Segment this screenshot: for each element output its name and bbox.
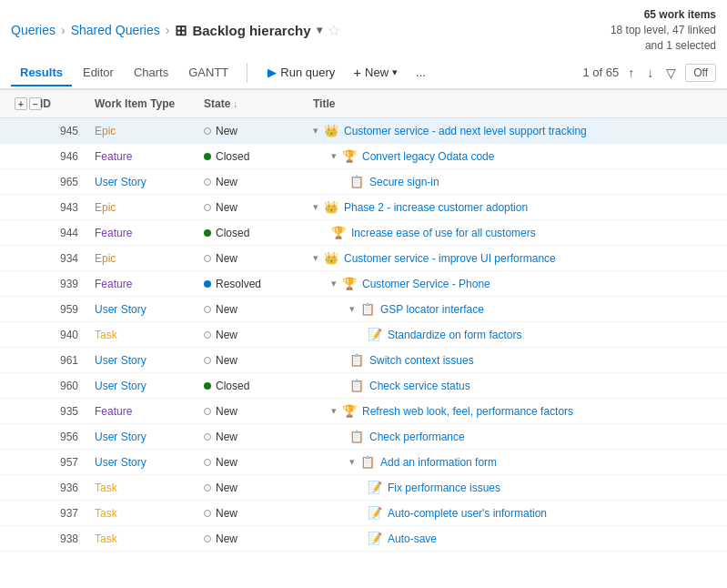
title-text[interactable]: Standardize on form factors: [388, 329, 521, 341]
story-icon: 📋: [349, 430, 364, 443]
col-header-title[interactable]: Title: [306, 94, 709, 114]
table-row[interactable]: 960User StoryClosed📋Check service status…: [0, 373, 727, 399]
cell-state: New: [197, 326, 306, 344]
title-text[interactable]: Refresh web look, feel, performance fact…: [362, 405, 573, 418]
table-row[interactable]: 938TaskNew📝Auto-save⋯: [0, 526, 727, 552]
title-text[interactable]: Check service status: [369, 380, 470, 392]
table-row[interactable]: 943EpicNew▾👑Phase 2 - increase customer …: [0, 195, 727, 220]
state-dot: [204, 484, 211, 492]
table-header: + − ID Work Item Type State ↓ Title: [0, 90, 727, 118]
cell-type: Feature: [87, 275, 197, 293]
next-page-button[interactable]: ↓: [643, 64, 657, 82]
collapse-icon[interactable]: ▾: [313, 201, 318, 213]
title-text[interactable]: Check performance: [369, 431, 465, 443]
title-text[interactable]: Convert legacy Odata code: [362, 150, 494, 163]
state-label: New: [216, 354, 237, 367]
collapse-icon[interactable]: ▾: [331, 150, 337, 162]
title-text[interactable]: Switch context issues: [369, 354, 474, 367]
cell-title: ▾📋GSP locator interface: [306, 299, 709, 319]
table-row[interactable]: 946FeatureClosed▾🏆Convert legacy Odata c…: [0, 144, 727, 169]
breadcrumb-queries[interactable]: Queries: [11, 23, 56, 37]
row-checkbox: [0, 383, 33, 389]
table-row[interactable]: 936TaskNew📝Fix performance issues⋯: [0, 475, 727, 501]
breadcrumb-sep-2: ›: [166, 23, 170, 37]
table-row[interactable]: 945EpicNew▾👑Customer service - add next …: [0, 118, 727, 144]
run-query-button[interactable]: ▶ Run query: [260, 62, 342, 83]
cell-id: 940: [33, 326, 87, 344]
title-text[interactable]: Phase 2 - increase customer adoption: [344, 201, 528, 214]
title-text[interactable]: Auto-complete user's information: [388, 507, 547, 520]
col-header-id[interactable]: ID: [33, 94, 87, 114]
title-text[interactable]: Customer service - add next level suppor…: [344, 125, 587, 137]
collapse-icon[interactable]: ▾: [349, 456, 355, 468]
title-text[interactable]: GSP locator interface: [380, 303, 484, 316]
feature-icon: 🏆: [331, 226, 346, 239]
table-row[interactable]: 934EpicNew▾👑Customer service - improve U…: [0, 246, 727, 271]
cell-title: 📝Standardize on form factors: [306, 325, 709, 344]
title-text[interactable]: Auto-save: [388, 532, 437, 545]
task-icon: 📝: [368, 506, 382, 520]
title-text[interactable]: Secure sign-in: [369, 176, 439, 188]
breadcrumb-shared-queries[interactable]: Shared Queries: [71, 23, 160, 37]
breadcrumb-caret[interactable]: ▾: [317, 24, 322, 36]
state-label: New: [216, 482, 237, 494]
new-label: New: [365, 66, 389, 79]
off-button[interactable]: Off: [685, 64, 716, 82]
state-label: New: [216, 176, 237, 188]
prev-page-button[interactable]: ↑: [624, 64, 638, 82]
collapse-icon[interactable]: ▾: [331, 278, 337, 289]
state-label: Closed: [216, 380, 249, 392]
title-text[interactable]: Fix performance issues: [388, 482, 500, 494]
cell-id: 965: [33, 173, 87, 191]
table-row[interactable]: 940TaskNew📝Standardize on form factors⋯: [0, 322, 727, 348]
table-row[interactable]: 944FeatureClosed🏆Increase ease of use fo…: [0, 220, 727, 246]
table-row[interactable]: 965User StoryNew📋Secure sign-in⋯: [0, 169, 727, 195]
col-header-state[interactable]: State ↓: [197, 94, 306, 114]
title-text[interactable]: Add an information form: [380, 456, 497, 469]
cell-id: 938: [33, 530, 87, 548]
filter-button[interactable]: ▽: [662, 64, 680, 82]
collapse-icon[interactable]: ▾: [313, 252, 318, 264]
title-text[interactable]: Customer service - improve UI performanc…: [344, 252, 556, 265]
state-label: New: [216, 252, 237, 265]
cell-title: 📋Check service status: [306, 376, 709, 395]
favorite-star-icon[interactable]: ☆: [328, 22, 340, 39]
feature-icon: 🏆: [342, 277, 357, 290]
page-count: 1 of 65: [582, 66, 619, 79]
title-text[interactable]: Increase ease of use for all customers: [351, 227, 536, 239]
state-label: New: [216, 431, 237, 443]
new-button[interactable]: + New ▾: [346, 61, 405, 84]
cell-id: 939: [33, 275, 87, 293]
state-dot: [204, 306, 211, 313]
tab-charts[interactable]: Charts: [125, 60, 177, 86]
breadcrumb: Queries › Shared Queries › ⊞ Backlog hie…: [0, 0, 727, 56]
cell-id: 956: [33, 428, 87, 446]
tab-results[interactable]: Results: [11, 60, 72, 86]
table-row[interactable]: 939FeatureResolved▾🏆Customer Service - P…: [0, 271, 727, 297]
table-row[interactable]: 937TaskNew📝Auto-complete user's informat…: [0, 501, 727, 526]
table-row[interactable]: 957User StoryNew▾📋Add an information for…: [0, 450, 727, 475]
collapse-icon[interactable]: ▾: [313, 125, 318, 137]
cell-title: 📋Switch context issues: [306, 350, 709, 370]
collapse-icon[interactable]: ▾: [349, 303, 355, 315]
tab-gantt[interactable]: GANTT: [179, 60, 237, 86]
title-text[interactable]: Customer Service - Phone: [362, 278, 490, 290]
cell-type: Task: [87, 530, 197, 548]
cell-title: ▾👑Phase 2 - increase customer adoption: [306, 198, 709, 217]
table-row[interactable]: 956User StoryNew📋Check performance⋯: [0, 424, 727, 450]
row-checkbox: [0, 154, 33, 159]
table-row[interactable]: 961User StoryNew📋Switch context issues⋯: [0, 348, 727, 373]
col-header-type[interactable]: Work Item Type: [87, 94, 197, 114]
story-icon: 📋: [360, 302, 375, 316]
cell-id: 946: [33, 147, 87, 166]
cell-type: Feature: [87, 402, 197, 421]
table-row[interactable]: 935FeatureNew▾🏆Refresh web look, feel, p…: [0, 399, 727, 424]
tab-editor[interactable]: Editor: [74, 60, 123, 86]
cell-id: 935: [33, 402, 87, 421]
collapse-icon[interactable]: ▾: [331, 405, 337, 417]
select-all-checkbox[interactable]: +: [15, 97, 27, 110]
table-row[interactable]: 959User StoryNew▾📋GSP locator interface⋯: [0, 297, 727, 322]
state-label: New: [216, 125, 237, 137]
backlog-icon: ⊞: [175, 22, 187, 39]
more-button[interactable]: ...: [409, 62, 433, 83]
